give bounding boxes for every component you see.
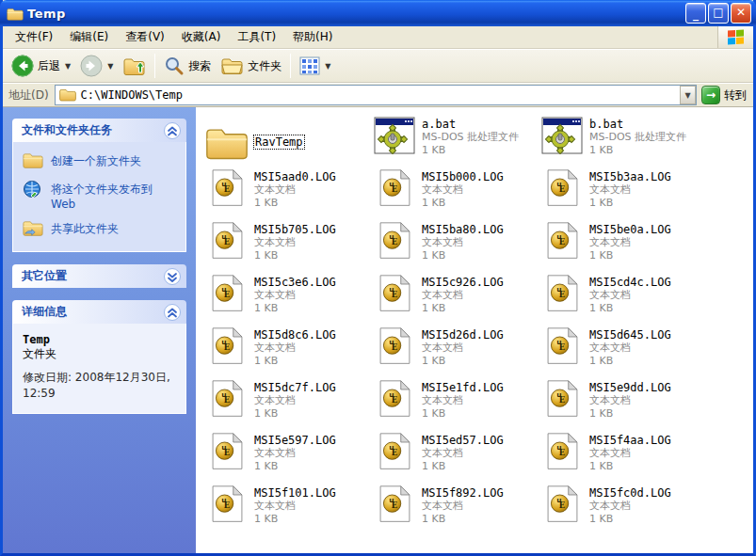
up-button[interactable] — [118, 53, 151, 79]
file-tile-MSI5b705.LOG[interactable]: MSI5b705.LOG 文本文档 1 KB — [205, 220, 373, 273]
file-tile-MSI5f101.LOG[interactable]: MSI5f101.LOG 文本文档 1 KB — [205, 484, 373, 536]
file-name-label: MSI5cd4c.LOG — [589, 276, 671, 289]
file-size-label: 1 KB — [422, 355, 504, 368]
collapse-button[interactable] — [164, 122, 181, 139]
file-size-label: 1 KB — [254, 460, 336, 473]
file-name-label: a.bat — [422, 118, 519, 131]
file-type-label: 文本文档 — [589, 342, 671, 355]
file-type-label: 文本文档 — [254, 183, 336, 197]
back-arrow-icon — [11, 55, 34, 77]
maximize-button[interactable]: □ — [708, 3, 729, 24]
close-button[interactable]: ✕ — [731, 3, 751, 24]
file-tile-MSI5d645.LOG[interactable]: MSI5d645.LOG 文本文档 1 KB — [540, 326, 708, 378]
collapse-button[interactable] — [164, 304, 181, 321]
file-list-area[interactable]: RavTemp a.bat MS-DOS 批处理文件 1 KB b.bat MS… — [196, 107, 753, 553]
address-input[interactable]: C:\WINDOWS\Temp ▼ — [55, 85, 697, 105]
views-icon — [299, 56, 320, 75]
chevron-up-icon — [165, 305, 180, 320]
task-pane-sidebar: 文件和文件夹任务 创建一个新文件夹 将这个文件夹发布到 Web — [3, 107, 196, 553]
menu-item-2[interactable]: 查看(V) — [117, 26, 173, 48]
file-size-label: 1 KB — [589, 355, 671, 368]
task-item-2[interactable]: 共享此文件夹 — [23, 219, 178, 240]
file-tile-MSI5d26d.LOG[interactable]: MSI5d26d.LOG 文本文档 1 KB — [373, 326, 540, 378]
address-dropdown-button[interactable]: ▼ — [680, 86, 696, 104]
go-button[interactable]: → 转到 — [701, 86, 750, 104]
back-dropdown-icon[interactable]: ▼ — [65, 62, 71, 71]
file-tile-MSI5aad0.LOG[interactable]: MSI5aad0.LOG 文本文档 1 KB — [205, 167, 373, 220]
minimize-button[interactable]: _ — [685, 3, 706, 24]
file-tile-MSI5c3e6.LOG[interactable]: MSI5c3e6.LOG 文本文档 1 KB — [205, 273, 373, 326]
share-folder-icon — [23, 219, 43, 236]
file-tile-MSI5b000.LOG[interactable]: MSI5b000.LOG 文本文档 1 KB — [373, 167, 540, 220]
file-tile-a.bat[interactable]: a.bat MS-DOS 批处理文件 1 KB — [373, 115, 540, 167]
address-value: C:\WINDOWS\Temp — [81, 88, 680, 102]
file-type-label: 文本文档 — [589, 183, 671, 197]
file-tile-MSI5e9dd.LOG[interactable]: MSI5e9dd.LOG 文本文档 1 KB — [540, 378, 708, 431]
file-tile-MSI5e597.LOG[interactable]: MSI5e597.LOG 文本文档 1 KB — [205, 431, 373, 484]
menu-item-3[interactable]: 收藏(A) — [173, 26, 230, 48]
menu-item-0[interactable]: 文件(F) — [7, 26, 61, 48]
file-tile-MSI5e1fd.LOG[interactable]: MSI5e1fd.LOG 文本文档 1 KB — [373, 378, 540, 431]
file-tile-MSI5be0a.LOG[interactable]: MSI5be0a.LOG 文本文档 1 KB — [540, 220, 708, 273]
file-tile-MSI5b3aa.LOG[interactable]: MSI5b3aa.LOG 文本文档 1 KB — [540, 167, 708, 220]
task-item-0[interactable]: 创建一个新文件夹 — [23, 151, 178, 172]
toolbar-separator — [290, 54, 291, 78]
panel-other-places-header[interactable]: 其它位置 — [12, 264, 186, 288]
back-button[interactable]: 后退 ▼ — [7, 53, 75, 79]
file-name-label: MSI5aad0.LOG — [254, 170, 336, 183]
file-type-label: 文本文档 — [422, 236, 504, 249]
file-tile-MSI5d8c6.LOG[interactable]: MSI5d8c6.LOG 文本文档 1 KB — [205, 326, 373, 378]
address-bar: 地址(D) C:\WINDOWS\Temp ▼ → 转到 — [3, 83, 753, 107]
file-tile-MSI5f4aa.LOG[interactable]: MSI5f4aa.LOG 文本文档 1 KB — [540, 431, 708, 484]
log-file-icon — [379, 169, 410, 207]
panel-details-header[interactable]: 详细信息 — [12, 300, 186, 324]
views-button[interactable]: ▼ — [295, 55, 335, 77]
file-size-label: 1 KB — [254, 513, 336, 526]
file-tile-MSI5f892.LOG[interactable]: MSI5f892.LOG 文本文档 1 KB — [373, 484, 540, 536]
back-label: 后退 — [38, 58, 60, 74]
file-name-label: MSI5e1fd.LOG — [422, 381, 504, 394]
log-file-icon — [379, 327, 410, 365]
log-file-icon — [212, 222, 243, 260]
menu-item-5[interactable]: 帮助(H) — [284, 26, 341, 48]
file-name-label: MSI5c3e6.LOG — [254, 276, 336, 289]
panel-details-title: 详细信息 — [22, 304, 67, 320]
file-size-label: 1 KB — [589, 302, 671, 315]
forward-button[interactable]: ▼ — [75, 53, 118, 79]
task-item-1[interactable]: 将这个文件夹发布到 Web — [23, 180, 178, 212]
file-tile-MSI5cd4c.LOG[interactable]: MSI5cd4c.LOG 文本文档 1 KB — [540, 273, 708, 326]
task-item-label: 创建一个新文件夹 — [51, 151, 141, 168]
log-file-icon — [212, 485, 243, 523]
file-tile-b.bat[interactable]: b.bat MS-DOS 批处理文件 1 KB — [540, 115, 708, 167]
views-dropdown-icon[interactable]: ▼ — [325, 62, 330, 71]
folders-button[interactable]: 文件夹 — [216, 54, 286, 78]
file-type-label: 文本文档 — [254, 342, 336, 355]
file-tile-MSI5c926.LOG[interactable]: MSI5c926.LOG 文本文档 1 KB — [373, 273, 540, 326]
menu-item-1[interactable]: 编辑(E) — [61, 26, 117, 48]
file-name-label: MSI5d26d.LOG — [422, 328, 504, 342]
task-item-label: 将这个文件夹发布到 Web — [51, 180, 178, 212]
panel-file-tasks-body: 创建一个新文件夹 将这个文件夹发布到 Web 共享此文件夹 — [12, 142, 186, 252]
file-type-label: 文本文档 — [254, 394, 336, 407]
search-button[interactable]: 搜索 — [159, 54, 216, 78]
windows-logo-box — [717, 26, 753, 48]
file-type-label: 文本文档 — [422, 183, 504, 197]
file-size-label: 1 KB — [254, 197, 336, 210]
file-tile-MSI5dc7f.LOG[interactable]: MSI5dc7f.LOG 文本文档 1 KB — [205, 378, 373, 431]
new-folder-icon — [23, 151, 43, 168]
log-file-icon — [547, 485, 578, 523]
panel-file-tasks-title: 文件和文件夹任务 — [22, 122, 112, 138]
file-type-label: MS-DOS 批处理文件 — [589, 131, 686, 144]
file-tile-RavTemp[interactable]: RavTemp — [205, 115, 373, 167]
log-file-icon — [379, 485, 410, 523]
panel-file-tasks-header[interactable]: 文件和文件夹任务 — [12, 119, 186, 142]
menu-item-4[interactable]: 工具(T) — [229, 26, 284, 48]
expand-button[interactable] — [164, 268, 181, 285]
search-label: 搜索 — [188, 58, 211, 74]
file-tile-MSI5ba80.LOG[interactable]: MSI5ba80.LOG 文本文档 1 KB — [373, 220, 540, 273]
file-type-label: 文本文档 — [589, 289, 671, 302]
details-modified-date: 修改日期: 2008年12月30日, 12:59 — [23, 370, 178, 402]
file-tile-MSI5ed57.LOG[interactable]: MSI5ed57.LOG 文本文档 1 KB — [373, 431, 540, 484]
file-tile-MSI5fc0d.LOG[interactable]: MSI5fc0d.LOG 文本文档 1 KB — [540, 484, 708, 536]
file-type-label: 文本文档 — [254, 447, 336, 460]
